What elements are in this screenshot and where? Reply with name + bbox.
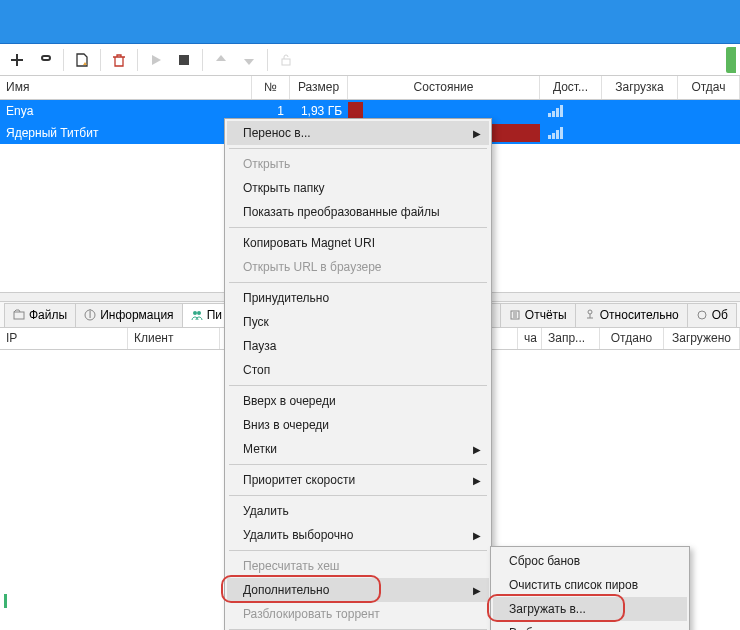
peer-col-cha[interactable]: ча — [518, 328, 542, 349]
ctx-delete-selective[interactable]: Удалить выборочно ▶ — [227, 523, 489, 547]
ctx-label: Очистить список пиров — [509, 578, 638, 592]
chevron-right-icon: ▶ — [473, 475, 481, 486]
unlock-button[interactable] — [273, 47, 299, 73]
ctx-label: Вверх в очереди — [243, 394, 336, 408]
chevron-right-icon: ▶ — [473, 585, 481, 596]
ctx-label: Удалить выборочно — [243, 528, 353, 542]
sub-download-to[interactable]: Загружать в... — [493, 597, 687, 621]
ctx-label: Выбрать имя назначения... — [509, 626, 660, 630]
title-bar — [0, 0, 740, 44]
tab-label: Файлы — [29, 308, 67, 322]
chevron-right-icon: ▶ — [473, 444, 481, 455]
peer-col-zapr[interactable]: Запр... — [542, 328, 600, 349]
ctx-start[interactable]: Пуск — [227, 310, 489, 334]
ctx-stop[interactable]: Стоп — [227, 358, 489, 382]
context-submenu: Сброс банов Очистить список пиров Загруж… — [490, 546, 690, 630]
ctx-label: Пересчитать хеш — [243, 559, 340, 573]
ctx-label: Перенос в... — [243, 126, 311, 140]
context-menu: Перенос в... ▶ Открыть Открыть папку Пок… — [224, 118, 492, 630]
stop-button[interactable] — [171, 47, 197, 73]
chevron-right-icon: ▶ — [473, 128, 481, 139]
toolbar-separator — [202, 49, 203, 71]
toolbar — [0, 44, 740, 76]
ctx-label: Стоп — [243, 363, 270, 377]
ctx-label: Дополнительно — [243, 583, 329, 597]
torrent-availability — [540, 127, 602, 139]
create-torrent-button[interactable] — [69, 47, 95, 73]
svg-point-8 — [588, 310, 592, 314]
col-name[interactable]: Имя — [0, 76, 252, 99]
col-size[interactable]: Размер — [290, 76, 348, 99]
delete-button[interactable] — [106, 47, 132, 73]
chevron-right-icon: ▶ — [473, 530, 481, 541]
col-avail[interactable]: Дост... — [540, 76, 602, 99]
tab-label: Об — [712, 308, 728, 322]
ctx-label: Приоритет скорости — [243, 473, 355, 487]
ctx-label: Метки — [243, 442, 277, 456]
ctx-delete[interactable]: Удалить — [227, 499, 489, 523]
toolbar-separator — [63, 49, 64, 71]
torrent-availability — [540, 105, 602, 117]
ctx-separator — [229, 550, 487, 551]
ctx-label: Сброс банов — [509, 554, 580, 568]
col-num[interactable]: № — [252, 76, 290, 99]
tab-relative[interactable]: Относительно — [575, 303, 688, 327]
ctx-label: Пуск — [243, 315, 269, 329]
toolbar-separator — [267, 49, 268, 71]
ctx-label: Открыть папку — [243, 181, 325, 195]
tab-reports[interactable]: Отчёты — [500, 303, 576, 327]
ctx-label: Удалить — [243, 504, 289, 518]
sub-clear-peers[interactable]: Очистить список пиров — [493, 573, 687, 597]
torrent-size: 1,93 ГБ — [290, 104, 348, 118]
torrent-name: Enya — [0, 104, 252, 118]
ctx-unblock[interactable]: Разблокировать торрент — [227, 602, 489, 626]
svg-rect-2 — [14, 312, 24, 319]
ctx-force[interactable]: Принудительно — [227, 286, 489, 310]
queue-down-button[interactable] — [236, 47, 262, 73]
ctx-separator — [229, 495, 487, 496]
ctx-show-converted[interactable]: Показать преобразованные файлы — [227, 200, 489, 224]
sub-choose-dest[interactable]: Выбрать имя назначения... — [493, 621, 687, 630]
start-button[interactable] — [143, 47, 169, 73]
torrent-name: Ядерный Титбит — [0, 126, 252, 140]
toolbar-separator — [100, 49, 101, 71]
ctx-open-folder[interactable]: Открыть папку — [227, 176, 489, 200]
ctx-open[interactable]: Открыть — [227, 152, 489, 176]
ctx-queue-down[interactable]: Вниз в очереди — [227, 413, 489, 437]
add-torrent-button[interactable] — [4, 47, 30, 73]
ctx-recalc-hash[interactable]: Пересчитать хеш — [227, 554, 489, 578]
ctx-copy-magnet[interactable]: Копировать Magnet URI — [227, 231, 489, 255]
ctx-speed-priority[interactable]: Приоритет скорости ▶ — [227, 468, 489, 492]
ctx-label: Копировать Magnet URI — [243, 236, 375, 250]
col-state[interactable]: Состояние — [348, 76, 540, 99]
peer-col-given[interactable]: Отдано — [600, 328, 664, 349]
tab-label: Отчёты — [525, 308, 567, 322]
tab-label: Информация — [100, 308, 173, 322]
tab-ob[interactable]: Об — [687, 303, 737, 327]
signal-icon — [548, 127, 563, 139]
svg-point-6 — [197, 311, 201, 315]
peer-col-loaded[interactable]: Загружено — [664, 328, 740, 349]
col-down[interactable]: Загрузка — [602, 76, 678, 99]
svg-point-5 — [193, 311, 197, 315]
add-url-button[interactable] — [32, 47, 58, 73]
tab-info[interactable]: i Информация — [75, 303, 182, 327]
ctx-pause[interactable]: Пауза — [227, 334, 489, 358]
ctx-label: Пауза — [243, 339, 276, 353]
peer-col-client[interactable]: Клиент — [128, 328, 220, 349]
peer-col-ip[interactable]: IP — [0, 328, 128, 349]
column-header: Имя № Размер Состояние Дост... Загрузка … — [0, 76, 740, 100]
ctx-additional[interactable]: Дополнительно ▶ — [227, 578, 489, 602]
signal-icon — [548, 105, 563, 117]
ctx-open-url[interactable]: Открыть URL в браузере — [227, 255, 489, 279]
ctx-separator — [229, 464, 487, 465]
ctx-move-to[interactable]: Перенос в... ▶ — [227, 121, 489, 145]
col-up[interactable]: Отдач — [678, 76, 740, 99]
ctx-label: Открыть URL в браузере — [243, 260, 382, 274]
tab-files[interactable]: Файлы — [4, 303, 76, 327]
ctx-labels[interactable]: Метки ▶ — [227, 437, 489, 461]
ctx-queue-up[interactable]: Вверх в очереди — [227, 389, 489, 413]
svg-point-9 — [698, 311, 706, 319]
sub-reset-bans[interactable]: Сброс банов — [493, 549, 687, 573]
queue-up-button[interactable] — [208, 47, 234, 73]
